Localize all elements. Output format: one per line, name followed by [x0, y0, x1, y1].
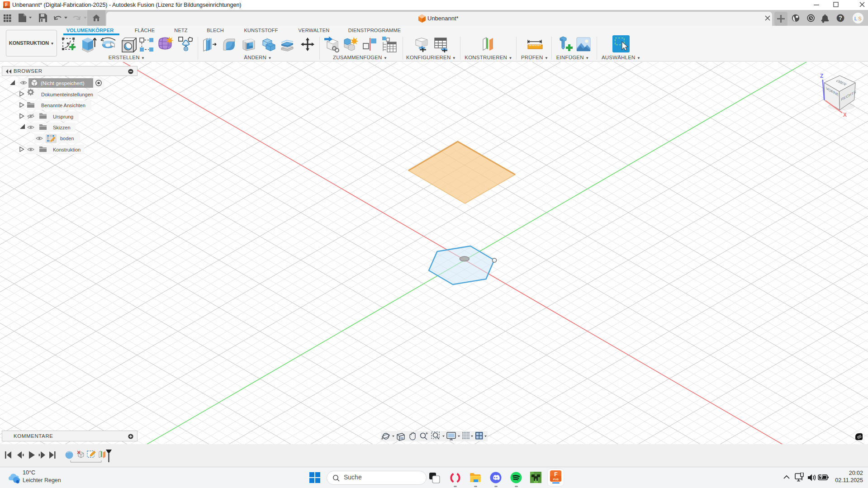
- svg-text:Z: Z: [820, 73, 823, 79]
- svg-text:Ursprung: Ursprung: [53, 114, 73, 119]
- svg-text:?: ?: [839, 15, 842, 21]
- svg-text:FUS: FUS: [553, 478, 559, 481]
- svg-text:F: F: [5, 2, 8, 7]
- svg-text:F: F: [554, 471, 557, 478]
- svg-text:Dokumenteinstellungen: Dokumenteinstellungen: [41, 92, 93, 97]
- svg-text:Konstruktion: Konstruktion: [53, 147, 81, 152]
- svg-text:Skizzen: Skizzen: [53, 125, 71, 130]
- svg-text:L: L: [854, 16, 858, 21]
- svg-text:Benannte Ansichten: Benannte Ansichten: [41, 103, 85, 108]
- svg-text:boden: boden: [60, 136, 74, 141]
- svg-text:(Nicht gespeichert): (Nicht gespeichert): [41, 81, 85, 86]
- svg-text:X: X: [843, 112, 847, 118]
- svg-text:S: S: [858, 16, 862, 21]
